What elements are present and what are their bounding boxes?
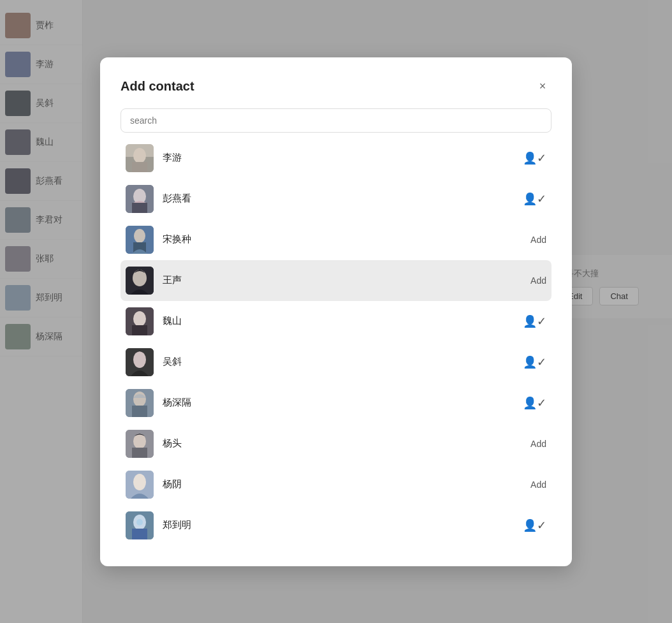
contact-avatar-wang-sheng <box>126 267 154 295</box>
contact-action-zheng-daoming: 👤✓ <box>523 518 546 532</box>
contact-avatar-li-you <box>126 144 154 172</box>
contact-name-yang-shenlu: 杨深隔 <box>163 397 514 409</box>
contact-item-wei-shan[interactable]: 魏山 👤✓ <box>121 301 551 342</box>
avatar-illustration <box>126 267 154 295</box>
contact-item-li-you[interactable]: 李游 👤✓ <box>121 138 551 179</box>
contact-action-peng-yankan: 👤✓ <box>523 192 546 206</box>
contact-item-yang-shenlu[interactable]: 杨深隔 👤✓ <box>121 383 551 423</box>
contact-avatar-zheng-daoming <box>126 511 154 539</box>
svg-point-13 <box>133 311 146 326</box>
contact-avatar-yang-tou <box>126 430 154 458</box>
contact-item-song-huanzhong[interactable]: 宋换种 Add <box>121 219 551 260</box>
avatar-illustration <box>126 348 154 376</box>
svg-rect-14 <box>132 325 147 335</box>
contact-item-wu-xie[interactable]: 吴斜 👤✓ <box>121 342 551 383</box>
contact-item-yang-yin[interactable]: 杨阴 Add <box>121 464 551 505</box>
contact-avatar-wei-shan <box>126 307 154 335</box>
contact-action-song-huanzhong: Add <box>530 235 546 245</box>
avatar-illustration <box>126 226 154 254</box>
svg-rect-19 <box>132 406 147 417</box>
contact-name-song-huanzhong: 宋换种 <box>163 233 522 246</box>
avatar-illustration <box>126 144 154 172</box>
svg-rect-3 <box>132 162 147 172</box>
svg-point-18 <box>133 392 146 407</box>
avatar-illustration <box>126 471 154 499</box>
add-contact-modal: Add contact × 李游 👤✓ <box>100 57 572 566</box>
contact-item-wang-sheng[interactable]: 王声 Add <box>121 260 551 301</box>
contact-avatar-peng-yankan <box>126 185 154 213</box>
contact-action-yang-shenlu: 👤✓ <box>523 396 546 410</box>
contact-avatar-yang-yin <box>126 471 154 499</box>
contact-action-yang-yin: Add <box>530 480 546 490</box>
contact-action-yang-tou: Add <box>530 439 546 449</box>
contact-name-li-you: 李游 <box>163 152 514 164</box>
contact-avatar-yang-shenlu <box>126 389 154 417</box>
modal-title: Add contact <box>121 79 194 94</box>
avatar-illustration <box>126 511 154 539</box>
svg-rect-27 <box>132 529 147 539</box>
contact-name-wang-sheng: 王声 <box>163 274 522 286</box>
contact-action-li-you: 👤✓ <box>523 151 546 165</box>
contact-action-wang-sheng: Add <box>530 275 546 286</box>
contact-list: 李游 👤✓ 彭燕看 👤✓ <box>121 138 551 546</box>
contact-name-yang-tou: 杨头 <box>163 437 522 450</box>
svg-point-21 <box>133 434 146 449</box>
contact-item-zheng-daoming[interactable]: 郑到明 👤✓ <box>121 505 551 546</box>
svg-point-16 <box>133 351 146 368</box>
contact-action-wu-xie: 👤✓ <box>523 355 546 369</box>
contact-action-wei-shan: 👤✓ <box>523 314 546 328</box>
contact-item-yang-tou[interactable]: 杨头 Add <box>121 423 551 464</box>
contact-name-wu-xie: 吴斜 <box>163 356 514 368</box>
contact-name-wei-shan: 魏山 <box>163 315 514 327</box>
contact-name-zheng-daoming: 郑到明 <box>163 519 514 531</box>
svg-rect-22 <box>132 448 147 458</box>
svg-rect-6 <box>132 203 147 213</box>
svg-point-2 <box>133 148 146 163</box>
avatar-illustration <box>126 430 154 458</box>
contact-avatar-wu-xie <box>126 348 154 376</box>
contact-avatar-song-huanzhong <box>126 226 154 254</box>
svg-point-8 <box>134 229 145 243</box>
modal-header: Add contact × <box>121 78 551 96</box>
svg-point-28 <box>136 519 143 525</box>
search-input[interactable] <box>121 108 551 133</box>
avatar-illustration <box>126 389 154 417</box>
avatar-illustration <box>126 185 154 213</box>
modal-overlay: Add contact × 李游 👤✓ <box>0 0 672 623</box>
avatar-illustration <box>126 307 154 335</box>
svg-point-24 <box>133 474 146 490</box>
contact-name-yang-yin: 杨阴 <box>163 478 522 490</box>
close-button[interactable]: × <box>534 78 551 96</box>
contact-name-peng-yankan: 彭燕看 <box>163 193 514 205</box>
contact-item-peng-yankan[interactable]: 彭燕看 👤✓ <box>121 179 551 219</box>
svg-point-11 <box>133 270 147 286</box>
